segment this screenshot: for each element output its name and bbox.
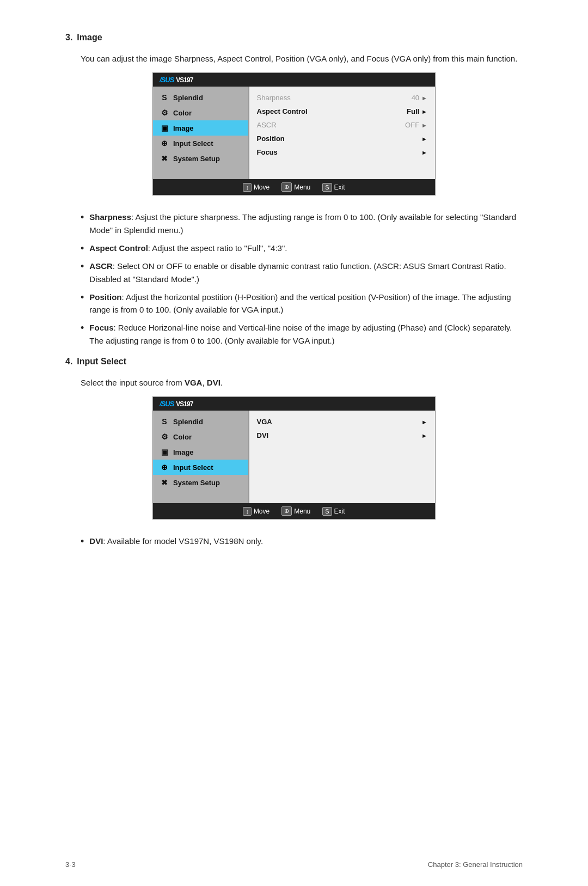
focus-arrow: ► <box>421 149 427 156</box>
image-icon-4: ▣ <box>160 448 169 456</box>
osd-titlebar-3: /SUSVS197 <box>153 73 435 87</box>
bullet-sharpness: • Sharpness: Asjust the picture sharpnes… <box>81 211 523 236</box>
section-4-heading: 4. Input Select <box>65 357 523 372</box>
osd-menu-4: S Splendid ⚙ Color ▣ Image ⊕ Input Selec… <box>153 411 248 503</box>
move-label-4: Move <box>254 508 270 515</box>
osd-logo-3: /SUSVS197 <box>160 76 193 84</box>
splendid-icon-3: S <box>160 93 169 102</box>
bullet-dot-2: • <box>81 243 84 255</box>
footer-menu-3: ⊕ Menu <box>281 182 310 192</box>
osd-menu-item-color-3[interactable]: ⚙ Color <box>153 105 248 120</box>
bullet-dot-dvi: • <box>81 536 84 548</box>
osd-row-ascr: ASCR OFF ► <box>257 118 428 132</box>
sharpness-arrow: ► <box>421 95 427 101</box>
ascr-value: OFF <box>405 121 419 129</box>
splendid-icon-4: S <box>160 417 169 426</box>
osd-row-aspect: Aspect Control Full ► <box>257 105 428 118</box>
osd-menu-item-system-3[interactable]: ✖ System Setup <box>153 151 248 166</box>
input-label-4: Input Select <box>173 463 213 472</box>
section-4-intro: Select the input source from VGA, DVI. <box>81 376 523 389</box>
move-icon-4: ↕ <box>243 507 252 516</box>
dvi-bold: DVI <box>207 378 220 387</box>
bullet-aspect: • Aspect Control: Adjust the aspect rati… <box>81 242 523 255</box>
vga-bold: VGA <box>185 378 203 387</box>
ascr-label: ASCR <box>257 121 406 129</box>
menu-icon-3: ⊕ <box>281 182 292 192</box>
osd-footer-3: ↕ Move ⊕ Menu S Exit <box>153 179 435 195</box>
bullet-position: • Position: Adjust the horizontal postit… <box>81 291 523 316</box>
section-3-number: 3. <box>65 33 72 42</box>
move-label-3: Move <box>254 184 270 191</box>
ascr-arrow: ► <box>421 122 427 129</box>
footer-page-number: 3-3 <box>65 860 76 869</box>
system-label-4: System Setup <box>173 479 220 487</box>
osd-menu-item-system-4[interactable]: ✖ System Setup <box>153 475 248 490</box>
footer-move-3: ↕ Move <box>243 183 270 192</box>
move-icon-3: ↕ <box>243 183 252 192</box>
footer-exit-4: S Exit <box>322 507 345 516</box>
exit-label-3: Exit <box>334 184 345 191</box>
section-3-intro: You can adjust the image Sharpness, Aspe… <box>81 52 523 65</box>
bullets-3: • Sharpness: Asjust the picture sharpnes… <box>81 211 523 347</box>
osd-footer-4: ↕ Move ⊕ Menu S Exit <box>153 503 435 519</box>
focus-label: Focus <box>257 148 420 156</box>
image-label-3: Image <box>173 124 194 132</box>
exit-icon-3: S <box>322 183 332 192</box>
osd-menu-3: S Splendid ⚙ Color ▣ Image ⊕ Input Selec… <box>153 87 248 179</box>
section-3-heading: 3. Image <box>65 33 523 48</box>
bullet-focus: • Focus: Reduce Horizonal-line noise and… <box>81 321 523 347</box>
footer-chapter: Chapter 3: General Instruction <box>428 860 523 869</box>
osd-content-4: VGA ► DVI ► <box>249 411 436 503</box>
osd-menu-item-image-4[interactable]: ▣ Image <box>153 444 248 460</box>
dvi-label: DVI <box>257 431 420 439</box>
input-icon-4: ⊕ <box>160 463 169 472</box>
osd-menu-item-input-4[interactable]: ⊕ Input Select <box>153 460 248 475</box>
section-3: 3. Image You can adjust the image Sharpn… <box>65 33 523 347</box>
sharpness-value: 40 <box>412 94 419 102</box>
osd-row-position: Position ► <box>257 132 428 145</box>
bullet-text-position: Position: Adjust the horizontal postitio… <box>89 291 523 316</box>
input-icon-3: ⊕ <box>160 139 169 148</box>
bullet-dot-4: • <box>81 292 84 316</box>
osd-row-dvi: DVI ► <box>257 429 428 442</box>
osd-menu-item-color-4[interactable]: ⚙ Color <box>153 429 248 444</box>
section-4-title: Input Select <box>77 357 126 366</box>
splendid-label-4: Splendid <box>173 418 203 426</box>
menu-icon-4: ⊕ <box>281 506 292 516</box>
bullet-text-ascr: ASCR: Select ON or OFF to enable or disa… <box>89 260 523 285</box>
color-label-4: Color <box>173 433 192 441</box>
dvi-arrow: ► <box>421 432 427 439</box>
osd-box-3: /SUSVS197 S Splendid ⚙ Color ▣ Image ⊕ I <box>152 72 436 195</box>
footer-menu-4: ⊕ Menu <box>281 506 310 516</box>
footer-move-4: ↕ Move <box>243 507 270 516</box>
color-icon-3: ⚙ <box>160 108 169 117</box>
osd-row-sharpness: Sharpness 40 ► <box>257 91 428 105</box>
osd-menu-item-image-3[interactable]: ▣ Image <box>153 120 248 136</box>
vga-arrow: ► <box>421 419 427 425</box>
osd-row-focus: Focus ► <box>257 145 428 159</box>
image-icon-3: ▣ <box>160 124 169 132</box>
osd-menu-item-input-3[interactable]: ⊕ Input Select <box>153 136 248 151</box>
osd-box-4: /SUSVS197 S Splendid ⚙ Color ▣ Image ⊕ I <box>152 396 436 520</box>
menu-label-4: Menu <box>294 508 310 515</box>
osd-content-3: Sharpness 40 ► Aspect Control Full ► ASC… <box>249 87 436 179</box>
system-icon-3: ✖ <box>160 154 169 163</box>
input-label-3: Input Select <box>173 139 213 148</box>
osd-titlebar-4: /SUSVS197 <box>153 397 435 411</box>
aspect-label: Aspect Control <box>257 107 407 115</box>
page-footer: 3-3 Chapter 3: General Instruction <box>0 860 588 869</box>
bullet-text-dvi: DVI: Available for model VS197N, VS198N … <box>89 535 263 548</box>
osd-menu-item-splendid-4[interactable]: S Splendid <box>153 414 248 429</box>
aspect-value: Full <box>407 107 419 115</box>
bullet-text-aspect: Aspect Control: Adjust the aspect ratio … <box>89 242 287 255</box>
bullet-dvi: • DVI: Available for model VS197N, VS198… <box>81 535 523 548</box>
bullet-dot-1: • <box>81 212 84 236</box>
bullet-text-sharpness: Sharpness: Asjust the picture sharpness.… <box>89 211 523 236</box>
bullet-ascr: • ASCR: Select ON or OFF to enable or di… <box>81 260 523 285</box>
position-label: Position <box>257 135 420 143</box>
aspect-arrow: ► <box>421 108 427 115</box>
vga-label: VGA <box>257 418 420 426</box>
exit-icon-4: S <box>322 507 332 516</box>
osd-logo-4: /SUSVS197 <box>160 400 193 408</box>
osd-menu-item-splendid-3[interactable]: S Splendid <box>153 90 248 105</box>
